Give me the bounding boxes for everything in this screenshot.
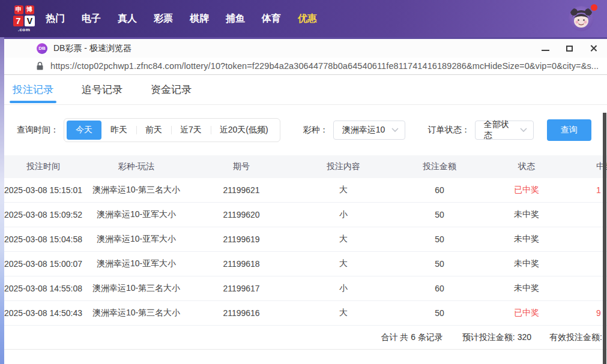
table-cell: 2025-03-08 15:09:52 <box>4 210 82 219</box>
table-cell: 已中奖 <box>485 308 569 318</box>
nav-item-真人[interactable]: 真人 <box>118 13 137 25</box>
column-header: 投注时间 <box>4 161 82 172</box>
table-cell: 未中奖 <box>485 234 569 245</box>
logo-badge-2: 博 <box>25 5 34 14</box>
order-status-value: 全部状态 <box>484 119 514 141</box>
column-header: 投注内容 <box>292 161 394 172</box>
time-option-近20天(低频)[interactable]: 近20天(低频) <box>211 121 277 140</box>
table-cell: 大 <box>292 234 394 245</box>
table-cell: 50 <box>394 234 485 244</box>
table-cell: 澳洲幸运10-亚军大小 <box>82 258 190 269</box>
table-cell: 澳洲幸运10-亚军大小 <box>82 209 190 220</box>
table-row: 2025-03-08 14:55:08澳洲幸运10-第三名大小21199617小… <box>4 276 607 301</box>
table-cell: 澳洲幸运10-亚军大小 <box>82 234 190 245</box>
time-filter-group: 今天昨天前天近7天近20天(低频) <box>64 118 280 142</box>
search-button[interactable]: 查询 <box>547 119 591 141</box>
table-cell: 50 <box>394 308 485 318</box>
table-cell: 小 <box>292 283 394 294</box>
lock-icon <box>37 62 43 70</box>
site-logo[interactable]: 申 博 7 V .com <box>13 5 35 32</box>
table-cell: 60 <box>394 284 485 293</box>
valid-bet-amount: 有效投注金额: <box>549 332 607 343</box>
tab-资金记录[interactable]: 资金记录 <box>151 75 192 104</box>
avatar-image <box>569 6 594 31</box>
table-row: 2025-03-08 14:50:43澳洲幸运10-第三名大小21199616大… <box>4 301 607 326</box>
lottery-filter-label: 彩种： <box>303 125 328 136</box>
table-cell: 21199617 <box>190 284 292 293</box>
nav-item-捕鱼[interactable]: 捕鱼 <box>226 13 245 25</box>
table-cell: 大 <box>292 185 394 195</box>
table-cell: 60 <box>394 185 485 195</box>
record-tabs: 投注记录追号记录资金记录 <box>4 75 607 105</box>
notification-dot <box>591 4 597 11</box>
filter-bar: 查询时间： 今天昨天前天近7天近20天(低频) 彩种： 澳洲幸运10 订单状态：… <box>4 105 607 142</box>
summary-row: 合计 共 6 条记录 预计投注金额: 320 有效投注金额: <box>4 326 607 350</box>
table-cell: 澳洲幸运10-第三名大小 <box>82 308 190 318</box>
minimize-icon <box>542 46 549 51</box>
table-cell: 已中奖 <box>485 185 569 195</box>
table-cell: 小 <box>292 209 394 220</box>
table-cell: 2025-03-08 15:00:07 <box>4 259 82 269</box>
window-titlebar: DB DB彩票 - 极速浏览器 <box>4 37 607 58</box>
maximize-icon <box>566 46 573 52</box>
table-cell: 2025-03-08 15:04:58 <box>4 234 82 244</box>
user-avatar[interactable] <box>569 6 594 31</box>
site-nav-menu: 热门电子真人彩票棋牌捕鱼体育优惠 <box>46 13 317 25</box>
table-header-row: 投注时间彩种-玩法期号投注内容投注金额状态中奖金额 <box>4 155 607 178</box>
logo-7v: 7 V <box>13 16 35 26</box>
close-button[interactable] <box>590 44 597 52</box>
time-option-昨天[interactable]: 昨天 <box>101 121 136 140</box>
bet-records-table: 投注时间彩种-玩法期号投注内容投注金额状态中奖金额 2025-03-08 15:… <box>4 155 607 350</box>
window-controls <box>542 44 599 52</box>
logo-badges: 申 博 <box>14 5 34 14</box>
logo-7: 7 <box>13 16 23 26</box>
window-title: DB彩票 - 极速浏览器 <box>53 43 131 54</box>
table-cell: 澳洲幸运10-第三名大小 <box>82 283 190 294</box>
table-cell: 1 <box>569 185 607 195</box>
lottery-select[interactable]: 澳洲幸运10 <box>333 121 405 140</box>
nav-item-彩票[interactable]: 彩票 <box>154 13 173 25</box>
logo-badge-1: 申 <box>14 5 23 14</box>
nav-item-热门[interactable]: 热门 <box>46 13 65 25</box>
table-cell: 未中奖 <box>485 209 569 220</box>
maximize-button[interactable] <box>566 44 573 52</box>
order-status-select[interactable]: 全部状态 <box>475 121 534 140</box>
table-body: 2025-03-08 15:15:01澳洲幸运10-第三名大小21199621大… <box>4 178 607 326</box>
table-cell: 50 <box>394 259 485 269</box>
logo-com: .com <box>18 28 31 32</box>
nav-item-优惠[interactable]: 优惠 <box>298 13 317 25</box>
expected-bet-amount: 预计投注金额: 320 <box>462 332 531 343</box>
tab-追号记录[interactable]: 追号记录 <box>82 75 122 104</box>
column-header: 状态 <box>485 161 569 172</box>
table-cell: 21199619 <box>190 234 292 244</box>
nav-item-棋牌[interactable]: 棋牌 <box>190 13 209 25</box>
table-row: 2025-03-08 15:04:58澳洲幸运10-亚军大小21199619大5… <box>4 227 607 252</box>
table-row: 2025-03-08 15:15:01澳洲幸运10-第三名大小21199621大… <box>4 178 607 203</box>
logo-v: V <box>25 16 35 26</box>
chevron-down-icon <box>391 128 399 133</box>
table-cell: 大 <box>292 258 394 269</box>
tab-投注记录[interactable]: 投注记录 <box>13 75 53 104</box>
vertical-scrollbar[interactable] <box>603 113 606 364</box>
time-option-今天[interactable]: 今天 <box>67 121 101 140</box>
column-header: 期号 <box>190 161 292 172</box>
table-cell: 大 <box>292 308 394 318</box>
time-option-近7天[interactable]: 近7天 <box>171 121 211 140</box>
nav-item-体育[interactable]: 体育 <box>262 13 281 25</box>
table-cell: 澳洲幸运10-第三名大小 <box>82 185 190 195</box>
table-cell: 21199620 <box>190 210 292 219</box>
nav-item-电子[interactable]: 电子 <box>82 13 101 25</box>
table-cell: 21199618 <box>190 259 292 269</box>
table-cell: 9 <box>569 308 607 318</box>
address-bar[interactable]: https://ctop02pchwp1.zfnc84.com/lottery/… <box>4 58 607 75</box>
table-row: 2025-03-08 15:00:07澳洲幸运10-亚军大小21199618大5… <box>4 252 607 276</box>
table-cell: 21199616 <box>190 308 292 318</box>
table-cell: 2025-03-08 14:55:08 <box>4 284 82 293</box>
table-cell: 未中奖 <box>485 283 569 294</box>
column-header: 投注金额 <box>394 161 485 172</box>
time-option-前天[interactable]: 前天 <box>136 121 171 140</box>
page-content: 投注记录追号记录资金记录 查询时间： 今天昨天前天近7天近20天(低频) 彩种：… <box>4 75 607 350</box>
chevron-down-icon <box>520 128 527 133</box>
url-text: https://ctop02pchwp1.zfnc84.com/lottery/… <box>50 61 599 71</box>
minimize-button[interactable] <box>542 44 549 52</box>
